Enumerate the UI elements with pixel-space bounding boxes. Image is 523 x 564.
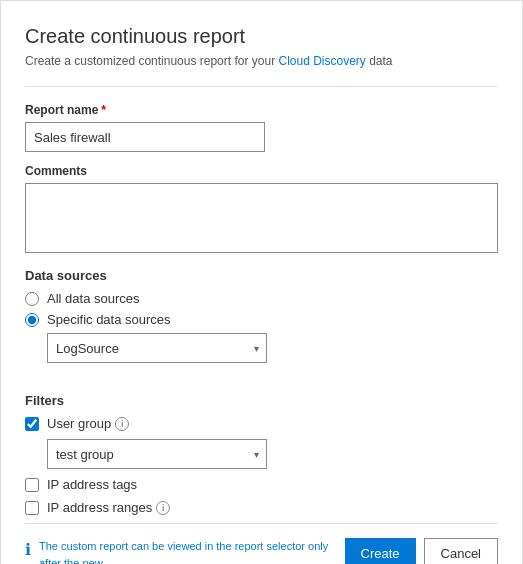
filters-label: Filters: [25, 393, 498, 408]
data-sources-section: Data sources All data sources Specific d…: [25, 268, 498, 367]
subtitle-text: Create a customized continuous report fo…: [25, 54, 275, 68]
user-group-info-icon: i: [115, 417, 129, 431]
report-name-input[interactable]: [25, 122, 265, 152]
title-divider: [25, 86, 498, 87]
radio-specific-input[interactable]: [25, 313, 39, 327]
radio-all-label: All data sources: [47, 291, 140, 306]
radio-all-input[interactable]: [25, 292, 39, 306]
create-report-dialog: Create continuous report Create a custom…: [0, 0, 523, 564]
footer-buttons: Create Cancel: [345, 538, 499, 564]
subtitle-suffix: data: [369, 54, 392, 68]
ip-address-ranges-option[interactable]: IP address ranges i: [25, 500, 498, 515]
ip-address-tags-label: IP address tags: [47, 477, 137, 492]
ip-address-ranges-checkbox[interactable]: [25, 501, 39, 515]
report-name-field: Report name *: [25, 103, 498, 152]
user-group-label: User group i: [47, 416, 129, 431]
comments-label: Comments: [25, 164, 498, 178]
radio-specific-label: Specific data sources: [47, 312, 171, 327]
cloud-discovery-link[interactable]: Cloud Discovery: [278, 54, 365, 68]
ip-address-ranges-label: IP address ranges i: [47, 500, 170, 515]
user-group-checkbox[interactable]: [25, 417, 39, 431]
data-sources-label: Data sources: [25, 268, 498, 283]
ip-ranges-info-icon: i: [156, 501, 170, 515]
required-star: *: [101, 103, 106, 117]
user-group-dropdown[interactable]: test group: [47, 439, 267, 469]
cancel-button[interactable]: Cancel: [424, 538, 498, 564]
radio-specific-sources[interactable]: Specific data sources: [25, 312, 498, 327]
user-group-dropdown-wrapper: test group ▾: [47, 439, 267, 469]
logsource-dropdown[interactable]: LogSource: [47, 333, 267, 363]
radio-all-sources[interactable]: All data sources: [25, 291, 498, 306]
create-button[interactable]: Create: [345, 538, 416, 564]
footer: ℹ The custom report can be viewed in the…: [25, 523, 498, 564]
filters-section: Filters User group i test group ▾ IP add…: [25, 393, 498, 523]
ip-address-tags-checkbox[interactable]: [25, 478, 39, 492]
footer-info-text: The custom report can be viewed in the r…: [39, 538, 337, 564]
info-icon: ℹ: [25, 540, 31, 559]
user-group-option[interactable]: User group i: [25, 416, 498, 431]
report-name-label: Report name *: [25, 103, 498, 117]
logsource-dropdown-wrapper: LogSource ▾: [47, 333, 267, 363]
dialog-title: Create continuous report: [25, 25, 498, 48]
comments-field: Comments: [25, 164, 498, 256]
comments-input[interactable]: [25, 183, 498, 253]
dialog-subtitle: Create a customized continuous report fo…: [25, 54, 498, 68]
ip-address-tags-option[interactable]: IP address tags: [25, 477, 498, 492]
